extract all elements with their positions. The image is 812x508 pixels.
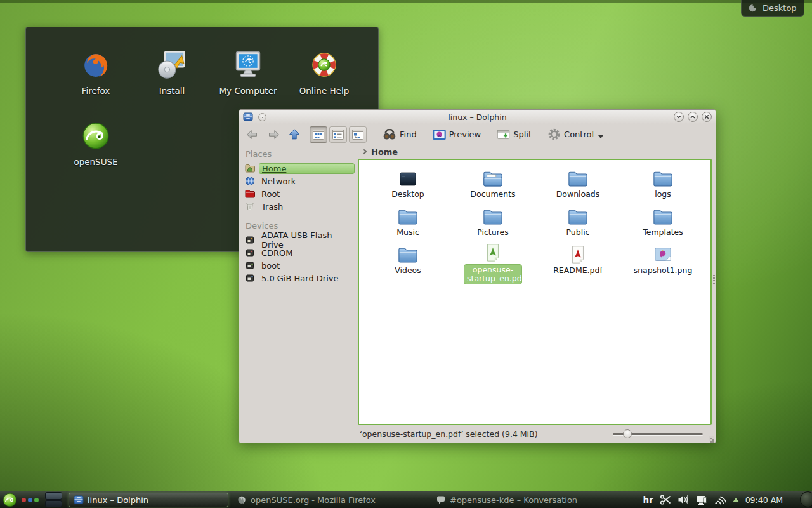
file-item-documents[interactable]: Documents: [450, 167, 535, 205]
device-boot[interactable]: boot: [239, 259, 355, 272]
desktop-icon-label: openSUSE: [74, 157, 117, 167]
back-button[interactable]: [244, 126, 261, 143]
on-all-desktops-button[interactable]: [258, 113, 266, 121]
window-title: linux – Dolphin: [239, 112, 716, 122]
details-view-button[interactable]: [349, 126, 367, 143]
device-notifier-icon[interactable]: [695, 495, 707, 505]
kickoff-launcher-button[interactable]: [1, 491, 18, 508]
place-home[interactable]: Home: [239, 162, 355, 175]
window-resize-grip[interactable]: [709, 436, 714, 441]
panel-toolbox-cashew[interactable]: [800, 491, 812, 507]
konversation-icon: [436, 495, 446, 505]
file-item-logs[interactable]: logs: [620, 167, 705, 205]
folder-icon: [483, 205, 503, 226]
place-trash[interactable]: Trash: [239, 200, 355, 213]
gear-icon: [547, 128, 561, 141]
desktop-icon-opensuse[interactable]: openSUSE: [58, 116, 134, 183]
place-label: Root: [259, 189, 355, 199]
place-label: Trash: [259, 201, 355, 212]
folder-icon: [653, 167, 673, 188]
place-label: Home: [259, 163, 355, 174]
up-button[interactable]: [286, 126, 303, 143]
window-edge-grip[interactable]: [713, 275, 715, 284]
split-button[interactable]: Split: [494, 128, 534, 142]
folder-icon: [398, 205, 418, 226]
breadcrumb-location[interactable]: Home: [371, 147, 398, 157]
dolphin-window: linux – Dolphin: [239, 109, 716, 443]
desktop-icon-firefox[interactable]: Firefox: [58, 45, 134, 112]
cdrom-drive-icon: [245, 248, 255, 258]
task-konversation[interactable]: #opensuse-kde – Konversation: [431, 493, 606, 507]
pager-desktop-1[interactable]: [45, 492, 62, 500]
close-button[interactable]: [702, 112, 712, 122]
split-view-icon: [497, 129, 510, 140]
task-dolphin[interactable]: linux – Dolphin: [69, 493, 228, 507]
online-help-icon: [308, 45, 341, 84]
desktop-icon-online-help[interactable]: Online Help: [286, 45, 362, 112]
file-item-opensuse-startup-pdf[interactable]: opensuse-startup_en.pdf: [450, 243, 535, 281]
system-tray: hr 09:40 AM: [643, 494, 812, 505]
trash-icon: [245, 201, 255, 211]
usb-drive-icon: [245, 235, 255, 245]
window-titlebar[interactable]: linux – Dolphin: [239, 110, 716, 124]
desktop-toolbox[interactable]: Desktop: [741, 0, 804, 17]
folder-icon: [653, 205, 673, 226]
dolphin-icon: [74, 495, 84, 505]
volume-icon[interactable]: [678, 495, 689, 505]
file-item-desktop[interactable]: Desktop: [365, 167, 450, 205]
folder-icon: [568, 167, 588, 188]
compact-view-button[interactable]: [329, 126, 347, 143]
folder-view[interactable]: Desktop Documents Downloads: [358, 159, 712, 425]
file-item-music[interactable]: Music: [365, 205, 450, 243]
desktop-icon-my-computer[interactable]: My Computer: [210, 45, 286, 112]
partition-icon: [245, 260, 255, 271]
file-item-pictures[interactable]: Pictures: [450, 205, 535, 243]
icons-view-button[interactable]: [310, 126, 327, 143]
minimize-button[interactable]: [674, 112, 684, 122]
breadcrumb: Home: [358, 145, 712, 159]
taskbar-panel: linux – Dolphin openSUSE.org - Mozilla F…: [0, 491, 812, 508]
zoom-slider[interactable]: [613, 429, 703, 439]
desktop-icon-label: My Computer: [219, 86, 277, 96]
file-item-snapshot-png[interactable]: snapshot1.png: [620, 243, 705, 281]
pager-desktop-2[interactable]: [45, 500, 62, 508]
control-button[interactable]: Control: [545, 126, 606, 142]
network-signal-icon[interactable]: [714, 495, 726, 505]
task-firefox[interactable]: openSUSE.org - Mozilla Firefox: [232, 493, 417, 507]
activity-dots[interactable]: [22, 498, 39, 502]
desktop-folder-icon: [398, 167, 418, 188]
toolbox-label: Desktop: [763, 3, 797, 13]
device-label: CDROM: [259, 248, 355, 258]
folder-icon: [483, 167, 503, 188]
file-item-public[interactable]: Public: [535, 205, 620, 243]
desktop-icon-label: Online Help: [299, 86, 350, 96]
device-cdrom[interactable]: CDROM: [239, 246, 355, 259]
forward-button[interactable]: [265, 126, 282, 143]
zoom-slider-handle[interactable]: [623, 429, 632, 438]
place-network[interactable]: Network: [239, 175, 355, 187]
device-hard-drive[interactable]: 5.0 GiB Hard Drive: [239, 272, 355, 284]
file-item-downloads[interactable]: Downloads: [535, 167, 620, 205]
keyboard-layout-indicator[interactable]: hr: [643, 495, 653, 505]
task-label: linux – Dolphin: [88, 495, 148, 505]
file-item-templates[interactable]: Templates: [620, 205, 705, 243]
file-item-readme-pdf[interactable]: README.pdf: [535, 243, 620, 281]
maximize-button[interactable]: [688, 112, 698, 122]
green-dot-icon: [34, 498, 39, 502]
firefox-gray-icon: [237, 495, 247, 505]
firefox-icon: [79, 45, 112, 84]
device-adata-usb[interactable]: ADATA USB Flash Drive: [239, 234, 355, 246]
preview-button[interactable]: Preview: [430, 128, 484, 142]
folder-icon: [568, 205, 588, 226]
binoculars-icon: [383, 129, 396, 140]
desktop-pager[interactable]: [45, 492, 62, 507]
task-label: #opensuse-kde – Konversation: [450, 495, 577, 505]
klipper-scissors-icon[interactable]: [660, 494, 671, 505]
clock[interactable]: 09:40 AM: [745, 495, 783, 505]
desktop-icon-install[interactable]: Install: [134, 45, 210, 112]
file-item-videos[interactable]: Videos: [365, 243, 450, 281]
place-root[interactable]: Root: [239, 187, 355, 200]
split-label: Split: [513, 130, 532, 139]
expand-tray-arrow-icon[interactable]: [733, 498, 739, 502]
find-button[interactable]: Find: [380, 128, 419, 142]
